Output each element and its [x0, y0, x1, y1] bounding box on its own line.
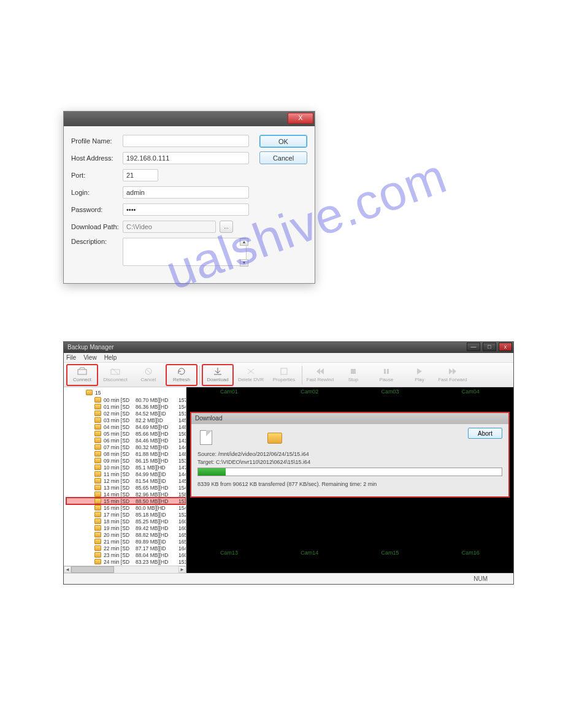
tree-item[interactable]: 18 min [SD85.25 MB][HD160.51 M	[66, 518, 186, 525]
video-viewer: Cam01Cam02Cam03Cam04 Download Abort Sour…	[186, 387, 513, 573]
description-scrollbar[interactable]: ▲ ▼	[240, 238, 248, 267]
toolbar-cancel-button[interactable]: Cancel	[132, 364, 164, 386]
tree-item[interactable]: 01 min [SD86.36 MB][HD154.32 M	[66, 403, 186, 410]
folder-icon	[94, 397, 101, 403]
folder-icon	[94, 485, 101, 490]
port-input[interactable]	[123, 169, 158, 181]
tree-item[interactable]: 19 min [SD89.42 MB][HD160.90 M	[66, 525, 186, 531]
scroll-left-icon[interactable]: ◄	[64, 566, 71, 573]
fast-rewind-button[interactable]: Fast Rewind	[304, 364, 336, 386]
tree-item[interactable]: 10 min [SD85.1 MB][HD147.83 M	[66, 464, 186, 471]
svg-rect-10	[387, 369, 389, 374]
connect-button[interactable]: Connect	[66, 364, 98, 386]
scroll-down-icon[interactable]: ▼	[240, 259, 248, 267]
camera-label[interactable]: Cam13	[220, 550, 238, 556]
camera-label[interactable]: Cam03	[381, 389, 399, 395]
toolbar: Connect Disconnect Cancel Refresh Downlo…	[64, 363, 513, 387]
tree-item[interactable]: 15 min [SD88.50 MB][HD153.64 M	[66, 498, 186, 504]
svg-rect-0	[78, 370, 86, 374]
tree-item[interactable]: 13 min [SD85.65 MB][HD154.00 M	[66, 484, 186, 491]
tree-item[interactable]: 14 min [SD82.96 MB][HD158.18 M	[66, 491, 186, 498]
cancel-button[interactable]: Cancel	[259, 151, 307, 164]
description-textarea[interactable]	[123, 238, 247, 266]
folder-icon	[94, 559, 101, 564]
close-button[interactable]: X	[288, 113, 313, 124]
tree-item[interactable]: 00 min [SD80.70 MB][HD157.57 M	[66, 396, 186, 403]
folder-icon	[94, 471, 101, 477]
camera-label[interactable]: Cam14	[301, 550, 318, 556]
stop-button[interactable]: Stop	[337, 364, 369, 386]
abort-button[interactable]: Abort	[468, 428, 502, 439]
folder-icon	[94, 518, 101, 524]
tree-item[interactable]: 05 min [SD85.66 MB][HD150.42 M	[66, 430, 186, 437]
tree-item[interactable]: 04 min [SD84.69 MB][HD148.58 M	[66, 423, 186, 430]
delete-button[interactable]: Delete DVR	[235, 364, 267, 386]
menu-view[interactable]: View	[83, 354, 97, 361]
ok-button[interactable]: OK	[259, 135, 307, 148]
folder-icon	[94, 417, 101, 423]
play-button[interactable]: Play	[404, 364, 435, 386]
scroll-thumb[interactable]	[71, 566, 114, 573]
download-button[interactable]: Download	[202, 364, 234, 386]
tree-h-scrollbar[interactable]: ◄ ►	[64, 566, 186, 573]
progress-bar	[197, 468, 502, 476]
tree-item[interactable]: 11 min [SD84.99 MB][ID144.88 M	[66, 471, 186, 477]
tree-item[interactable]: 17 min [SD85.18 MB][ID152.91 M	[66, 511, 186, 518]
profile-name-label: Profile Name:	[71, 137, 123, 145]
menu-file[interactable]: File	[66, 354, 76, 361]
folder-icon	[94, 438, 101, 443]
folder-target-icon	[267, 433, 282, 444]
refresh-button[interactable]: Refresh	[166, 364, 197, 386]
tree-root[interactable]: 15	[66, 389, 186, 396]
close-window-button[interactable]: x	[499, 343, 512, 351]
camera-label[interactable]: Cam02	[301, 389, 318, 395]
tree-item[interactable]: 24 min [SD83.23 MB][HD151.95 M	[66, 558, 186, 565]
tree-item[interactable]: 21 min [SD89.89 MB][ID165.19 M	[66, 538, 186, 545]
target-label: Target:	[197, 459, 215, 465]
tree-item[interactable]: 16 min [SD80.0 MB][HD154.48 M	[66, 504, 186, 511]
camera-label[interactable]: Cam16	[462, 550, 480, 556]
download-status: 8339 KB from 90612 KB transferred (877 K…	[197, 481, 502, 487]
file-tree[interactable]: 15 00 min [SD80.70 MB][HD157.57 M01 min …	[64, 387, 186, 573]
tree-item[interactable]: 07 min [SD80.32 MB][HD144.77 M	[66, 444, 186, 450]
window-titlebar[interactable]: Backup Manager — □ x	[64, 342, 513, 353]
folder-icon	[94, 431, 101, 436]
host-address-input[interactable]	[123, 152, 249, 164]
password-input[interactable]	[123, 203, 249, 216]
menu-help[interactable]: Help	[104, 354, 117, 361]
tree-item[interactable]: 09 min [SD86.15 MB][HD153.37 M	[66, 457, 186, 464]
tree-item[interactable]: 23 min [SD88.04 MB][HD160.35 M	[66, 552, 186, 558]
maximize-button[interactable]: □	[483, 343, 496, 351]
properties-button[interactable]: Properties	[268, 364, 300, 386]
folder-icon	[94, 539, 101, 544]
camera-label[interactable]: Cam15	[381, 550, 399, 556]
profile-dialog-titlebar[interactable]: X	[64, 112, 315, 126]
scroll-right-icon[interactable]: ►	[178, 566, 186, 573]
download-panel-title: Download	[191, 413, 508, 424]
folder-icon	[94, 498, 101, 504]
tree-item[interactable]: 22 min [SD87.17 MB][ID164.47 M	[66, 545, 186, 552]
fast-forward-button[interactable]: Fast Forward	[437, 364, 469, 386]
folder-icon	[94, 411, 101, 416]
browse-button[interactable]: ...	[220, 221, 233, 233]
tree-item[interactable]: 02 min [SD84.52 MB][ID151.15 M	[66, 410, 186, 417]
tree-item[interactable]: 08 min [SD81.88 MB][HD148.2 M	[66, 450, 186, 457]
camera-label[interactable]: Cam01	[220, 389, 238, 395]
tree-item[interactable]: 06 min [SD84.46 MB][HD141.80 M	[66, 437, 186, 444]
scroll-up-icon[interactable]: ▲	[240, 238, 248, 246]
minimize-button[interactable]: —	[467, 343, 480, 351]
camera-label[interactable]: Cam04	[462, 389, 480, 395]
folder-icon	[94, 444, 101, 450]
disconnect-button[interactable]: Disconnect	[99, 364, 131, 386]
profile-name-input[interactable]	[123, 135, 249, 147]
profile-dialog: X OK Cancel Profile Name: Host Address: …	[63, 111, 315, 284]
tree-item[interactable]: 12 min [SD81.54 MB][ID145.45 M	[66, 477, 186, 484]
login-input[interactable]	[123, 186, 249, 199]
tree-item[interactable]: 20 min [SD88.82 MB][HD165.59 M	[66, 531, 186, 538]
target-value: C:\VIDEO\nvr110\2012\0624\15\15.i64	[216, 459, 310, 465]
folder-icon	[94, 552, 101, 558]
tree-item[interactable]: 03 min [SD82.2 MB][ID145.38 M	[66, 417, 186, 423]
download-path-input[interactable]	[123, 221, 216, 233]
folder-icon	[94, 478, 101, 483]
pause-button[interactable]: Pause	[370, 364, 402, 386]
